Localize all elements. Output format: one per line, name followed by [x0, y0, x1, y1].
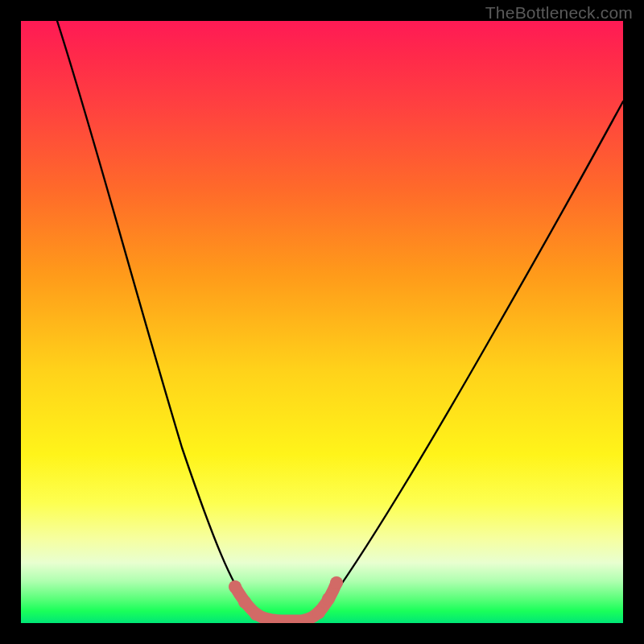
svg-point-0: [229, 580, 242, 593]
bottleneck-curve: [57, 21, 623, 618]
svg-point-4: [322, 592, 335, 605]
svg-point-3: [312, 606, 325, 619]
chart-frame: TheBottleneck.com: [0, 0, 644, 644]
watermark-text: TheBottleneck.com: [485, 3, 633, 23]
svg-point-5: [330, 576, 343, 589]
bottleneck-zone-dots: [229, 576, 343, 621]
svg-point-2: [250, 608, 262, 621]
curve-layer: [21, 21, 623, 623]
svg-point-1: [238, 596, 251, 609]
plot-area: [21, 21, 623, 623]
